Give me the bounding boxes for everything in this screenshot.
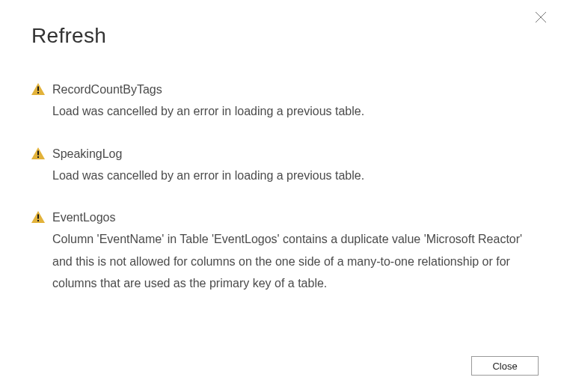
svg-rect-7	[37, 156, 39, 158]
warning-icon	[31, 83, 45, 95]
x-icon	[535, 11, 547, 23]
item-message: Column 'EventName' in Table 'EventLogos'…	[52, 228, 530, 295]
list-item: RecordCountByTags Load was cancelled by …	[31, 81, 530, 123]
list-item: EventLogos Column 'EventName' in Table '…	[31, 209, 530, 295]
svg-rect-3	[37, 87, 39, 91]
item-body: RecordCountByTags Load was cancelled by …	[52, 81, 530, 123]
svg-rect-9	[37, 215, 39, 219]
svg-rect-4	[37, 92, 39, 94]
svg-rect-10	[37, 220, 39, 221]
refresh-dialog: Refresh RecordCountByTags Load was cance…	[0, 0, 561, 392]
warning-icon	[31, 211, 45, 223]
close-button[interactable]: Close	[471, 356, 539, 376]
close-icon[interactable]	[534, 10, 548, 24]
item-body: EventLogos Column 'EventName' in Table '…	[52, 209, 530, 295]
warning-icon	[31, 147, 45, 159]
item-name: RecordCountByTags	[52, 81, 530, 99]
svg-rect-6	[37, 150, 39, 155]
item-body: SpeakingLog Load was cancelled by an err…	[52, 145, 530, 187]
dialog-title: Refresh	[0, 0, 561, 48]
list-item: SpeakingLog Load was cancelled by an err…	[31, 145, 530, 187]
item-name: SpeakingLog	[52, 145, 530, 163]
item-name: EventLogos	[52, 209, 530, 227]
item-message: Load was cancelled by an error in loadin…	[52, 100, 530, 123]
error-list: RecordCountByTags Load was cancelled by …	[0, 48, 561, 295]
item-message: Load was cancelled by an error in loadin…	[52, 165, 530, 187]
dialog-footer: Close	[471, 356, 539, 376]
